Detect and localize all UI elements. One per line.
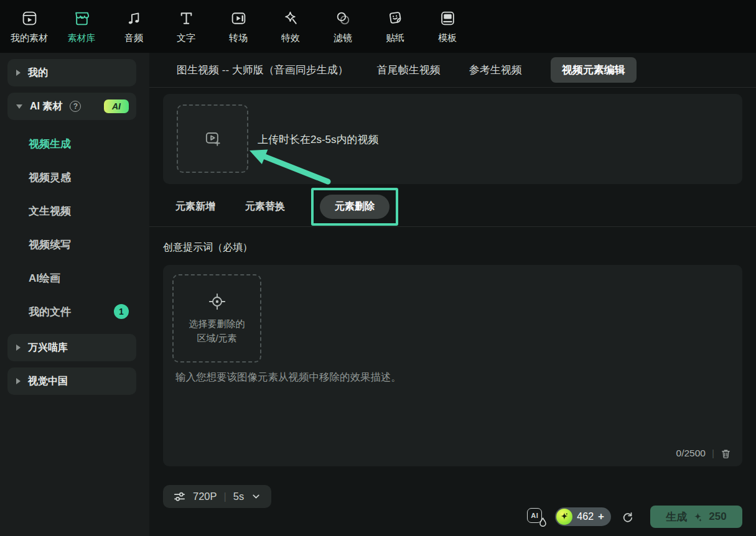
divider <box>149 226 756 227</box>
topnav-library[interactable]: 素材库 <box>55 9 108 44</box>
template-icon <box>439 9 456 27</box>
select-region-button[interactable]: 选择要删除的 区域/元素 <box>172 274 261 363</box>
footer-actions: AI 462 + <box>527 506 742 528</box>
divider <box>149 87 756 88</box>
text-icon <box>178 9 195 27</box>
prompt-label: 创意提示词（必填） <box>163 241 742 254</box>
generate-cost: 250 <box>709 511 726 523</box>
sidebar-ai-items: 视频生成 视频灵感 文生视频 视频续写 AI绘画 我的文件 1 <box>7 126 136 334</box>
trash-icon[interactable] <box>721 448 731 459</box>
store-icon <box>73 9 90 27</box>
sidebar-group-label: 我的 <box>28 67 48 80</box>
sidebar-item-text-to-video[interactable]: 文生视频 <box>7 194 136 228</box>
sidebar-group-label: 视觉中国 <box>28 375 68 388</box>
generate-label: 生成 <box>666 510 687 524</box>
my-media-icon <box>21 9 38 27</box>
subtab-element-add[interactable]: 元素新增 <box>175 200 215 213</box>
sidebar-item-video-inspiration[interactable]: 视频灵感 <box>7 160 136 194</box>
topnav-label: 音频 <box>124 32 143 44</box>
topnav-label: 转场 <box>229 32 248 44</box>
sidebar-item-ai-painting[interactable]: AI绘画 <box>7 261 136 295</box>
sidebar-item-video-generation[interactable]: 视频生成 <box>7 127 136 160</box>
transition-icon <box>230 9 247 27</box>
caret-right-icon <box>16 378 21 384</box>
add-credits-button[interactable]: + <box>598 511 604 523</box>
sidebar: 我的 AI 素材 ? AI 视频生成 视频灵感 文生视频 视频续写 AI绘画 <box>0 53 149 536</box>
topnav-label: 文字 <box>177 32 195 44</box>
refresh-icon[interactable] <box>620 511 633 524</box>
sidebar-group-ai-material[interactable]: AI 素材 ? AI <box>7 93 136 120</box>
topnav-label: 贴纸 <box>386 32 404 44</box>
count-badge: 1 <box>114 304 129 319</box>
char-counter-row: 0/2500 | <box>676 448 731 459</box>
element-subtabs: 元素新增 元素替换 元素删除 <box>163 194 742 219</box>
help-icon[interactable]: ? <box>70 101 81 112</box>
mode-tabs: 图生视频 -- 大师版（音画同步生成） 首尾帧生视频 参考生视频 视频元素编辑 <box>163 53 742 87</box>
select-region-line2: 区域/元素 <box>197 333 236 344</box>
music-icon <box>126 9 142 27</box>
upload-panel: 上传时长在2s-5s内的视频 <box>163 94 742 184</box>
topnav-label: 特效 <box>281 32 300 44</box>
video-upload-dropzone[interactable] <box>177 104 248 173</box>
droplet-icon <box>539 517 547 527</box>
main-panel: 图生视频 -- 大师版（音画同步生成） 首尾帧生视频 参考生视频 视频元素编辑 … <box>149 53 756 536</box>
topnav-my-media[interactable]: 我的素材 <box>3 9 55 44</box>
tab-first-last-frame[interactable]: 首尾帧生视频 <box>377 63 441 77</box>
sidebar-item-label: AI绘画 <box>29 271 60 285</box>
counter-separator: | <box>712 448 714 459</box>
topnav-filters[interactable]: 滤镜 <box>317 9 369 44</box>
topnav-label: 我的素材 <box>11 32 48 44</box>
topnav-label: 滤镜 <box>334 32 352 44</box>
prompt-placeholder: 输入您想要该图像元素从视频中移除的效果描述。 <box>175 371 401 384</box>
topnav-stickers[interactable]: 贴纸 <box>369 9 421 44</box>
topnav-transitions[interactable]: 转场 <box>212 9 264 44</box>
tab-reference-video[interactable]: 参考生视频 <box>469 63 522 77</box>
char-counter: 0/2500 <box>676 448 706 459</box>
generation-settings-button[interactable]: 720P | 5s <box>163 485 271 508</box>
filter-icon <box>335 9 352 27</box>
ai-badge: AI <box>104 99 129 113</box>
upload-hint-text: 上传时长在2s-5s内的视频 <box>258 132 379 147</box>
topnav-effects[interactable]: 特效 <box>264 9 317 44</box>
crosshair-icon <box>208 292 226 311</box>
caret-down-icon <box>16 104 22 109</box>
sparkle-icon <box>693 512 703 522</box>
sidebar-item-label: 文生视频 <box>29 204 71 218</box>
sidebar-item-video-extend[interactable]: 视频续写 <box>7 228 136 261</box>
prompt-input[interactable]: 选择要删除的 区域/元素 输入您想要该图像元素从视频中移除的效果描述。 0/25… <box>163 265 742 466</box>
resolution-value: 720P <box>193 491 217 502</box>
sidebar-group-label: AI 素材 <box>30 100 62 113</box>
sidebar-group-my[interactable]: 我的 <box>7 59 136 86</box>
coin-icon <box>556 509 572 525</box>
subtab-element-remove-wrap: 元素删除 <box>320 195 390 219</box>
sidebar-item-my-files[interactable]: 我的文件 1 <box>7 295 136 328</box>
sidebar-item-label: 视频灵感 <box>29 170 71 185</box>
caret-right-icon <box>16 344 21 351</box>
duration-value: 5s <box>233 491 244 502</box>
topnav-text[interactable]: 文字 <box>160 9 212 44</box>
sidebar-item-label: 视频续写 <box>29 238 71 252</box>
credits-pill[interactable]: 462 + <box>555 507 611 526</box>
caret-right-icon <box>16 70 21 76</box>
topnav-label: 素材库 <box>68 32 96 44</box>
sticker-icon <box>387 9 404 27</box>
credits-count: 462 <box>577 511 594 522</box>
sliders-icon <box>173 490 186 503</box>
topnav-label: 模板 <box>438 32 457 44</box>
settings-separator: | <box>224 491 226 502</box>
subtab-element-replace[interactable]: 元素替换 <box>245 200 285 213</box>
sidebar-group-label: 万兴喵库 <box>28 341 68 354</box>
tab-video-element-edit[interactable]: 视频元素编辑 <box>551 57 637 83</box>
sidebar-group-vcg[interactable]: 视觉中国 <box>7 367 136 395</box>
add-video-icon <box>202 127 224 150</box>
sidebar-item-label: 我的文件 <box>29 305 71 319</box>
topnav-audio[interactable]: 音频 <box>108 9 160 44</box>
chevron-down-icon <box>251 491 261 502</box>
sidebar-group-miaoku[interactable]: 万兴喵库 <box>7 334 136 361</box>
top-navigation: 我的素材 素材库 音频 文字 转场 特效 滤镜 <box>0 0 756 53</box>
topnav-templates[interactable]: 模板 <box>421 9 474 44</box>
ai-watermark-tool-button[interactable]: AI <box>527 508 546 525</box>
tab-image-to-video[interactable]: 图生视频 -- 大师版（音画同步生成） <box>177 63 348 77</box>
generate-button[interactable]: 生成 250 <box>650 506 742 528</box>
subtab-element-remove[interactable]: 元素删除 <box>320 195 390 219</box>
